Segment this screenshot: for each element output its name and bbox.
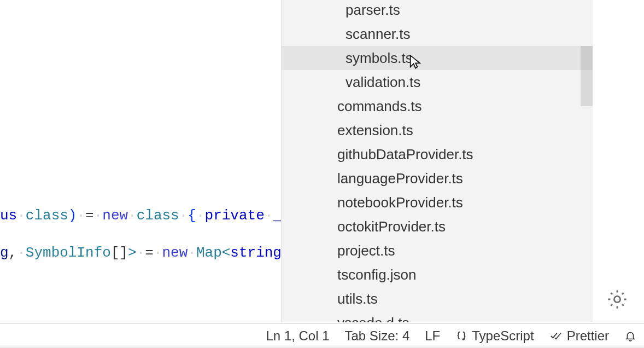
file-item[interactable]: parser.ts bbox=[282, 0, 593, 22]
code-token: class bbox=[137, 207, 179, 224]
file-item[interactable]: commands.ts bbox=[282, 94, 593, 118]
code-token: > bbox=[128, 245, 137, 261]
status-label: Tab Size: 4 bbox=[345, 328, 410, 344]
status-notifications[interactable] bbox=[624, 330, 636, 342]
file-item[interactable]: githubDataProvider.ts bbox=[282, 142, 593, 166]
bell-icon bbox=[624, 330, 636, 342]
code-token: = bbox=[145, 245, 154, 261]
status-label: LF bbox=[425, 328, 440, 344]
double-check-icon bbox=[549, 330, 563, 342]
file-item-label: octokitProvider.ts bbox=[337, 218, 446, 235]
code-line: us·class)·=·new·class·{·private·_value bbox=[0, 207, 281, 225]
code-token: string bbox=[230, 245, 281, 261]
file-item[interactable]: utils.ts bbox=[282, 287, 593, 311]
file-item[interactable]: notebookProvider.ts bbox=[282, 190, 593, 214]
file-item-label: scanner.ts bbox=[346, 26, 411, 42]
code-token: g bbox=[0, 245, 9, 261]
file-item[interactable]: symbols.ts bbox=[282, 46, 593, 70]
code-token: ) bbox=[68, 207, 77, 224]
file-item[interactable]: octokitProvider.ts bbox=[282, 214, 593, 239]
code-token: { bbox=[188, 207, 196, 224]
braces-icon bbox=[455, 330, 467, 342]
file-item-label: symbols.ts bbox=[346, 50, 413, 66]
code-token: < bbox=[222, 245, 231, 261]
scrollbar-thumb[interactable] bbox=[581, 46, 593, 106]
status-tab-size[interactable]: Tab Size: 4 bbox=[345, 328, 410, 344]
status-label: Prettier bbox=[567, 328, 609, 344]
code-token: new bbox=[102, 207, 128, 224]
code-token: class bbox=[26, 207, 68, 224]
file-item-label: notebookProvider.ts bbox=[337, 194, 463, 211]
file-item-label: commands.ts bbox=[337, 98, 422, 114]
status-label: TypeScript bbox=[472, 328, 534, 344]
file-item[interactable]: scanner.ts bbox=[282, 22, 593, 46]
status-language[interactable]: TypeScript bbox=[455, 328, 534, 344]
code-token: _value bbox=[273, 207, 281, 224]
code-token: , bbox=[9, 245, 17, 261]
file-list-panel: parser.tsscanner.tssymbols.tsvalidation.… bbox=[281, 0, 593, 322]
file-item-label: tsconfig.json bbox=[337, 266, 417, 283]
file-item-label: project.ts bbox=[337, 242, 395, 259]
file-item[interactable]: extension.ts bbox=[282, 118, 593, 142]
file-item[interactable]: vscode.d.ts bbox=[282, 311, 593, 322]
code-token: = bbox=[85, 207, 94, 224]
code-token: us bbox=[0, 207, 17, 224]
svg-point-1 bbox=[463, 339, 464, 340]
file-item-label: githubDataProvider.ts bbox=[337, 146, 473, 163]
status-cursor-position[interactable]: Ln 1, Col 1 bbox=[266, 328, 329, 344]
file-item[interactable]: tsconfig.json bbox=[282, 263, 593, 287]
file-item-label: languageProvider.ts bbox=[337, 170, 463, 187]
code-token: [] bbox=[111, 245, 128, 261]
file-item[interactable]: validation.ts bbox=[282, 70, 593, 94]
bottom-shadow bbox=[0, 345, 644, 348]
file-item-label: utils.ts bbox=[337, 291, 378, 307]
status-label: Ln 1, Col 1 bbox=[266, 328, 329, 344]
file-item-label: validation.ts bbox=[346, 74, 420, 90]
gear-icon[interactable] bbox=[606, 288, 629, 311]
status-eol[interactable]: LF bbox=[425, 328, 440, 344]
file-item-label: parser.ts bbox=[346, 2, 400, 18]
code-token: Map bbox=[196, 245, 222, 261]
file-item[interactable]: languageProvider.ts bbox=[282, 166, 593, 190]
file-item-label: extension.ts bbox=[337, 122, 413, 138]
code-line: g,·SymbolInfo[]>·=·new·Map<string,·Syml bbox=[0, 244, 281, 263]
code-editor[interactable]: us·class)·=·new·class·{·private·_value g… bbox=[0, 0, 281, 322]
status-formatter[interactable]: Prettier bbox=[549, 328, 609, 344]
svg-point-0 bbox=[614, 296, 620, 302]
file-item[interactable]: project.ts bbox=[282, 239, 593, 263]
code-token: SymbolInfo bbox=[26, 245, 111, 261]
code-token: new bbox=[162, 245, 188, 261]
file-item-label: vscode.d.ts bbox=[337, 315, 409, 322]
scrollbar[interactable] bbox=[581, 0, 593, 322]
code-token: private bbox=[205, 207, 265, 224]
